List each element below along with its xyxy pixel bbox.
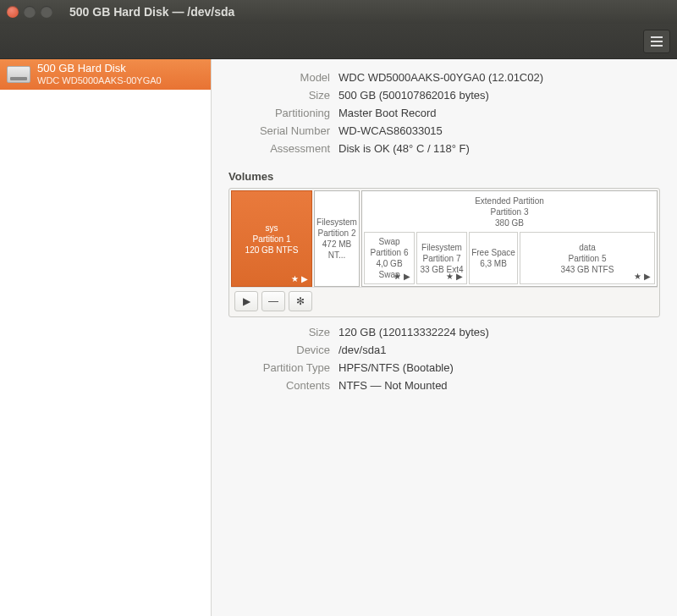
volume-extended[interactable]: Extended Partition Partition 3 380 GB Sw…: [361, 190, 658, 287]
minimize-button[interactable]: [24, 6, 36, 18]
label-part-type: Partition Type: [228, 361, 330, 374]
sidebar-item-subtitle: WDC WD5000AAKS-00YGA0: [37, 75, 162, 86]
sidebar: 500 GB Hard Disk WDC WD5000AAKS-00YGA0: [0, 59, 212, 616]
label-partitioning: Partitioning: [228, 107, 330, 119]
label-part-size: Size: [228, 326, 330, 338]
label-assessment: Assessment: [228, 142, 330, 155]
value-partitioning: Master Boot Record: [338, 107, 660, 119]
value-serial: WD-WCAS86033015: [338, 124, 660, 137]
options-button[interactable]: ✻: [289, 291, 312, 311]
disk-properties: Model WDC WD5000AAKS-00YGA0 (12.01C02) S…: [228, 71, 660, 155]
value-size: 500 GB (500107862016 bytes): [338, 89, 660, 102]
main-pane: Model WDC WD5000AAKS-00YGA0 (12.01C02) S…: [212, 59, 677, 616]
gear-icon: ✻: [296, 295, 305, 307]
star-play-icon: ★ ▶: [291, 273, 308, 284]
toolbar: [0, 24, 677, 59]
volume-toolbar: ▶ — ✻: [231, 287, 658, 315]
titlebar: 500 GB Hard Disk — /dev/sda: [0, 0, 677, 24]
sidebar-item-disk[interactable]: 500 GB Hard Disk WDC WD5000AAKS-00YGA0: [0, 59, 211, 90]
volume-freespace[interactable]: Free Space 6,3 MB: [469, 232, 518, 284]
mount-button[interactable]: ▶: [234, 291, 258, 311]
disk-icon: [7, 66, 30, 83]
volumes-heading: Volumes: [228, 170, 660, 183]
sidebar-item-title: 500 GB Hard Disk: [37, 63, 162, 75]
value-model: WDC WD5000AAKS-00YGA0 (12.01C02): [338, 71, 660, 84]
label-size: Size: [228, 89, 330, 102]
minus-icon: —: [268, 295, 278, 307]
volume-sys[interactable]: sys Partition 1 120 GB NTFS ★ ▶: [231, 190, 312, 287]
close-button[interactable]: [7, 6, 19, 18]
volume-data[interactable]: data Partition 5 343 GB NTFS ★ ▶: [520, 232, 655, 284]
hamburger-icon: [651, 41, 663, 42]
window-title: 500 GB Hard Disk — /dev/sda: [59, 5, 234, 19]
partition-properties: Size 120 GB (120113332224 bytes) Device …: [228, 326, 660, 392]
volume-partition2[interactable]: Filesystem Partition 2 472 MB NT...: [314, 190, 360, 287]
value-part-size: 120 GB (120113332224 bytes): [338, 326, 660, 338]
label-model: Model: [228, 71, 330, 84]
menu-button[interactable]: [643, 30, 670, 53]
maximize-button[interactable]: [41, 6, 52, 18]
play-icon: ▶: [243, 295, 250, 307]
label-device: Device: [228, 344, 330, 356]
star-play-icon: ★ ▶: [634, 271, 651, 282]
star-play-icon: ★ ▶: [394, 271, 410, 282]
volume-swap[interactable]: Swap Partition 6 4,0 GB Swap ★ ▶: [364, 232, 415, 284]
delete-button[interactable]: —: [261, 291, 285, 311]
volume-partition7[interactable]: Filesystem Partition 7 33 GB Ext4 ★ ▶: [416, 232, 467, 284]
value-assessment: Disk is OK (48° C / 118° F): [338, 142, 660, 155]
value-device: /dev/sda1: [338, 344, 660, 356]
window-buttons: [7, 6, 52, 18]
volumes-map: sys Partition 1 120 GB NTFS ★ ▶ Filesyst…: [228, 188, 660, 317]
label-serial: Serial Number: [228, 124, 330, 137]
value-part-type: HPFS/NTFS (Bootable): [338, 361, 660, 374]
star-play-icon: ★ ▶: [446, 271, 463, 282]
label-contents: Contents: [228, 379, 330, 392]
value-contents: NTFS — Not Mounted: [338, 379, 660, 392]
